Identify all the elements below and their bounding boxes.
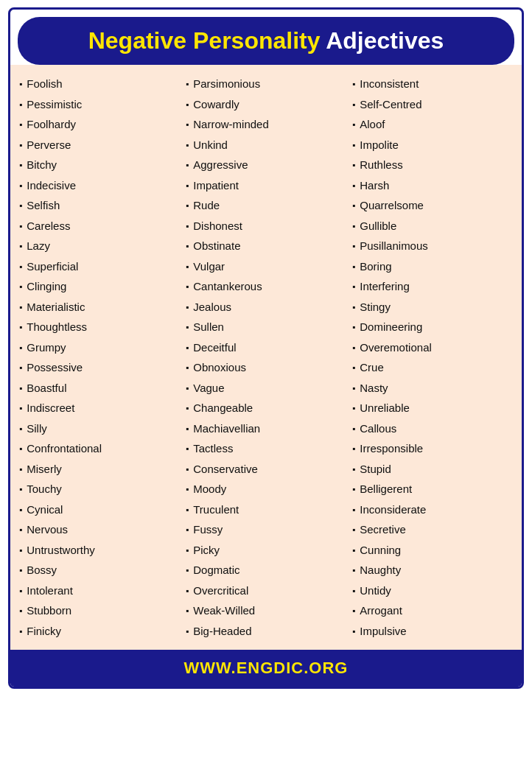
list-item: Untidy [352,581,513,601]
list-item: Obstinate [186,236,346,256]
list-item: Self-Centred [352,94,513,115]
list-item: Boastful [19,378,180,399]
list-item: Unkind [186,135,346,155]
page-title: Negative Personality Adjectives [32,27,500,55]
list-item: Overemotional [352,337,513,358]
list-item: Changeable [186,398,346,418]
list-item: Indiscreet [19,398,180,418]
list-item: Nervous [19,519,180,540]
list-item: Touchy [19,479,180,499]
list-item: Conservative [186,459,346,480]
list-item: Impolite [352,135,513,155]
list-item: Fussy [186,519,346,540]
list-item: Pusillanimous [352,236,513,256]
list-item: Inconsistent [352,74,513,94]
list-item: Arrogant [352,600,513,621]
list-item: Aloof [352,114,513,135]
footer: WWW.ENGDIC.ORG [10,650,522,687]
list-item: Obnoxious [186,357,346,378]
list-item: Truculent [186,499,346,520]
main-card: Negative Personality Adjectives FoolishP… [8,7,524,689]
list-item: Untrustworthy [19,540,180,561]
list-item: Finicky [19,621,180,642]
list-item: Callous [352,418,513,439]
list-item: Grumpy [19,337,180,358]
content-area: FoolishPessimisticFoolhardyPerverseBitch… [10,65,522,650]
column-3: InconsistentSelf-CentredAloofImpoliteRut… [349,74,516,641]
list-3: InconsistentSelf-CentredAloofImpoliteRut… [352,74,513,641]
list-item: Nasty [352,378,513,399]
list-item: Foolish [19,74,180,94]
list-item: Lazy [19,236,180,256]
list-item: Interfering [352,276,513,297]
list-item: Harsh [352,175,513,196]
list-item: Domineering [352,317,513,337]
list-item: Naughty [352,560,513,581]
list-item: Confrontational [19,438,180,459]
list-1: FoolishPessimisticFoolhardyPerverseBitch… [19,74,180,641]
list-2: ParsimoniousCowardlyNarrow-mindedUnkindA… [186,74,346,641]
list-item: Big-Headed [186,621,346,642]
list-item: Boring [352,256,513,277]
list-item: Intolerant [19,581,180,601]
list-item: Selfish [19,195,180,216]
column-1: FoolishPessimisticFoolhardyPerverseBitch… [16,74,183,641]
list-item: Deceitful [186,337,346,358]
list-item: Tactless [186,438,346,459]
title-white: Adjectives [321,27,444,54]
list-item: Clinging [19,276,180,297]
list-item: Cowardly [186,94,346,115]
list-item: Narrow-minded [186,114,346,135]
list-item: Quarrelsome [352,195,513,216]
list-item: Vague [186,378,346,399]
list-item: Gullible [352,216,513,236]
list-item: Jealous [186,297,346,318]
list-item: Impulsive [352,621,513,642]
list-item: Careless [19,216,180,236]
list-item: Thoughtless [19,317,180,337]
list-item: Parsimonious [186,74,346,94]
list-item: Materialistic [19,297,180,318]
list-item: Stupid [352,459,513,480]
list-item: Miserly [19,459,180,480]
list-item: Impatient [186,175,346,196]
list-item: Dogmatic [186,560,346,581]
list-item: Perverse [19,135,180,155]
list-item: Weak-Willed [186,600,346,621]
list-item: Stingy [352,297,513,318]
list-item: Cynical [19,499,180,520]
list-item: Possessive [19,357,180,378]
list-item: Superficial [19,256,180,277]
list-item: Bitchy [19,155,180,175]
list-item: Picky [186,540,346,561]
list-item: Silly [19,418,180,439]
list-item: Vulgar [186,256,346,277]
footer-url: WWW.ENGDIC.ORG [184,659,349,677]
list-item: Dishonest [186,216,346,236]
list-item: Bossy [19,560,180,581]
list-item: Cunning [352,540,513,561]
list-item: Aggressive [186,155,346,175]
list-item: Moody [186,479,346,499]
title-yellow: Negative Personality [88,27,321,54]
list-item: Cantankerous [186,276,346,297]
column-2: ParsimoniousCowardlyNarrow-mindedUnkindA… [183,74,349,641]
title-header: Negative Personality Adjectives [18,17,514,65]
list-item: Pessimistic [19,94,180,115]
list-item: Sullen [186,317,346,337]
list-item: Inconsiderate [352,499,513,520]
list-item: Machiavellian [186,418,346,439]
list-item: Stubborn [19,600,180,621]
list-item: Unreliable [352,398,513,418]
list-item: Ruthless [352,155,513,175]
list-item: Indecisive [19,175,180,196]
list-item: Rude [186,195,346,216]
list-item: Overcritical [186,581,346,601]
list-item: Crue [352,357,513,378]
list-item: Irresponsible [352,438,513,459]
list-item: Secretive [352,519,513,540]
list-item: Belligerent [352,479,513,499]
list-item: Foolhardy [19,114,180,135]
